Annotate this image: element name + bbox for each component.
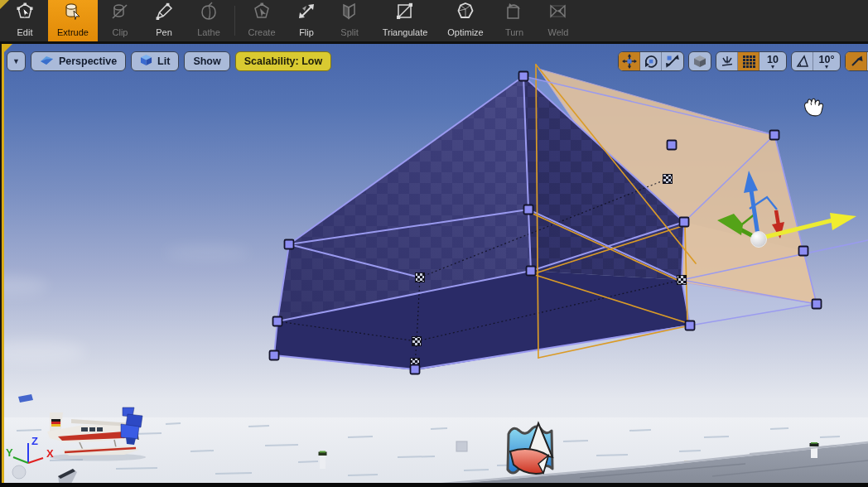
tool-optimize[interactable]: Optimize	[438, 0, 493, 41]
scene-canvas[interactable]: Z X Y	[0, 44, 868, 483]
angle-snap-toggle[interactable]	[792, 52, 813, 70]
tool-turn[interactable]: Turn	[493, 0, 536, 41]
tool-flip[interactable]: Flip	[286, 0, 327, 41]
grid-icon	[741, 54, 756, 69]
viewport-toolbar: ▼ Perspective Lit Show Scalability: Low	[7, 51, 331, 71]
optimize-icon	[455, 1, 476, 26]
vertex-handle[interactable]	[799, 247, 808, 256]
tool-label: Extrude	[57, 27, 89, 37]
snapping-toolbar: 10 ▾ 10° ▾ 0.2 ▾	[618, 51, 868, 71]
tool-label: Split	[340, 27, 358, 37]
move-icon	[622, 54, 637, 69]
grab-cursor-icon	[804, 99, 822, 116]
vertex-handle[interactable]	[285, 240, 294, 249]
translate-mode-button[interactable]	[619, 52, 640, 70]
hidden-vertex-marker	[663, 175, 673, 184]
vertex-handle[interactable]	[668, 141, 677, 150]
extrude-icon	[62, 1, 84, 26]
show-menu-button[interactable]: Show	[184, 51, 229, 71]
grid-snap-size-dropdown[interactable]: 10 ▾	[760, 52, 786, 70]
axis-z-label: Z	[31, 435, 38, 447]
editor-window: Edit Extrude Clip Pen Lathe Create Flip	[0, 0, 868, 487]
vertex-handle[interactable]	[524, 205, 533, 215]
lit-label: Lit	[157, 55, 170, 67]
show-label: Show	[193, 55, 220, 67]
vertex-handle[interactable]	[813, 300, 822, 309]
tool-label: Triangulate	[383, 27, 428, 37]
dropdown-arrow-icon: ▼	[12, 58, 20, 65]
scale-mode-button[interactable]	[662, 52, 683, 70]
hidden-vertex-marker	[412, 337, 422, 346]
tool-create[interactable]: Create	[238, 0, 286, 41]
create-icon	[251, 1, 272, 26]
gizmo-x-arrowhead[interactable]	[830, 213, 856, 230]
camera-speed-group: 0.2 ▾	[845, 51, 868, 71]
rotate-icon	[644, 54, 658, 69]
tool-label: Create	[248, 27, 275, 37]
3d-viewport[interactable]: Z X Y ▼ Perspective Lit	[0, 44, 868, 483]
tool-split[interactable]: Split	[327, 0, 372, 41]
perspective-button[interactable]: Perspective	[31, 51, 126, 71]
world-cube-icon	[692, 54, 707, 69]
axis-y-label: Y	[6, 446, 13, 459]
tool-lathe[interactable]: Lathe	[186, 0, 232, 41]
axis-x-label: X	[46, 447, 54, 460]
camera-speed-button[interactable]	[846, 52, 867, 70]
clip-icon	[109, 1, 131, 26]
camera-speed-icon	[849, 54, 864, 69]
tool-label: Lathe	[197, 27, 220, 37]
transform-mode-group	[618, 51, 684, 71]
angle-snap-dropdown[interactable]: 10° ▾	[813, 52, 840, 70]
lit-cube-icon	[140, 54, 152, 69]
viewport-corner-marker	[4, 44, 12, 52]
caret-down-icon: ▾	[771, 65, 774, 70]
perspective-label: Perspective	[59, 55, 117, 67]
vertex-handle[interactable]	[270, 351, 279, 360]
lit-mode-button[interactable]: Lit	[131, 51, 179, 71]
hidden-vertex-marker	[416, 273, 425, 282]
vertex-handle[interactable]	[686, 321, 695, 330]
grid-snap-group: 10 ▾	[716, 51, 787, 71]
coord-system-group	[688, 51, 711, 71]
coordinate-system-button[interactable]	[689, 52, 711, 70]
split-icon	[339, 1, 360, 26]
caret-down-icon: ▾	[825, 65, 828, 70]
tool-label: Turn	[505, 27, 523, 37]
grid-snap-toggle[interactable]	[738, 52, 760, 70]
viewport-options-dropdown[interactable]: ▼	[7, 51, 26, 71]
gizmo-neg-axis[interactable]	[776, 210, 779, 225]
vertex-handle[interactable]	[273, 317, 282, 326]
vertex-handle[interactable]	[527, 267, 536, 276]
gizmo-origin-sphere[interactable]	[751, 232, 767, 248]
triangulate-icon	[394, 1, 416, 26]
pen-icon	[153, 1, 175, 26]
vertex-handle[interactable]	[519, 72, 528, 81]
rotate-mode-button[interactable]	[640, 52, 662, 70]
tool-label: Weld	[548, 27, 569, 37]
surface-snap-button[interactable]	[716, 52, 738, 70]
tool-clip[interactable]: Clip	[98, 0, 142, 41]
lathe-icon	[198, 1, 219, 26]
tool-label: Pen	[156, 27, 172, 37]
viewport-active-border	[2, 44, 4, 483]
scalability-label: Scalability: Low	[244, 55, 322, 67]
tool-triangulate[interactable]: Triangulate	[372, 0, 438, 41]
vertex-handle[interactable]	[680, 218, 689, 227]
tool-weld[interactable]: Weld	[536, 0, 581, 41]
tool-pen[interactable]: Pen	[142, 0, 186, 41]
angle-snap-group: 10° ▾	[791, 51, 841, 71]
toolbar-separator	[234, 6, 235, 36]
toolbar-corner-marker	[0, 0, 9, 9]
turn-icon	[504, 1, 525, 26]
surface-snap-icon	[720, 54, 735, 69]
vertex-handle[interactable]	[770, 131, 779, 140]
angle-snap-icon	[795, 54, 810, 69]
tool-extrude[interactable]: Extrude	[48, 0, 98, 41]
edit-icon	[14, 1, 36, 26]
vertex-handle[interactable]	[411, 365, 420, 374]
perspective-icon	[40, 55, 54, 68]
flip-icon	[296, 1, 317, 26]
weld-icon	[547, 1, 569, 26]
tool-label: Flip	[299, 27, 314, 37]
scalability-button[interactable]: Scalability: Low	[235, 51, 331, 71]
